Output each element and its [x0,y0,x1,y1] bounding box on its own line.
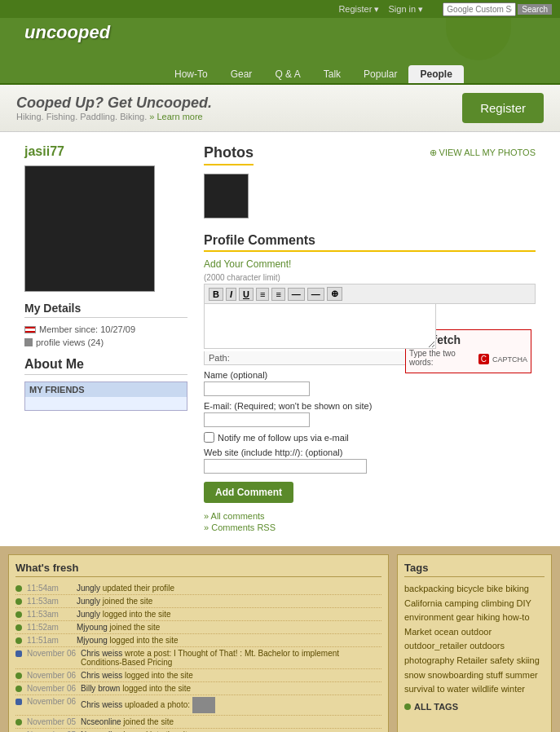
bullet-icon [15,611,22,618]
member-since: Member since: 10/27/09 [24,324,187,334]
fresh-item-4: 11:52am Mjyoung joined the site [15,621,381,634]
banner-title: Cooped Up? Get Uncooped. [16,95,212,112]
bullet-icon [15,624,22,631]
banner-subtitle: Hiking. Fishing. Paddling. Biking. » Lea… [16,112,212,121]
list2-button[interactable]: ≡ [271,288,284,301]
tags-content: backpacking bicycle bike biking Californ… [404,582,545,697]
bold-button[interactable]: B [209,288,223,301]
comments-rss-link[interactable]: Comments RSS [204,523,536,532]
tags-title: Tags [404,562,545,577]
website-label: Web site (include http://): (optional) [204,448,536,457]
fresh-item-9: November 06 Chris weiss uploaded a photo… [15,695,381,716]
site-logo[interactable]: uncooped [24,22,110,43]
profile-comments-title: Profile Comments [204,233,536,252]
fresh-item-1: 11:54am Jungly updated their profile [15,582,381,595]
view-all-photos-link[interactable]: VIEW ALL MY PHOTOS [430,148,536,158]
bottom-section: What's fresh 11:54am Jungly updated thei… [0,546,560,732]
underline-button[interactable]: U [239,288,254,301]
all-tags-row: ALL TAGS [404,702,545,712]
nav-talk[interactable]: Talk [312,65,352,83]
name-field-group: Name (optional) [204,370,536,396]
fresh-item-10: November 05 Ncseonline joined the site [15,716,381,729]
profile-picture [24,165,155,292]
bullet-icon [15,699,22,705]
editor-toolbar: B I U ≡ ≡ — — ⊕ [204,284,536,304]
add-comment-button[interactable]: Add Comment [204,482,293,503]
nav-how-to[interactable]: How-To [163,65,219,83]
friends-box: MY FRIENDS [24,381,187,411]
char-limit: (2000 character limit) [204,273,536,282]
learn-more-link[interactable]: » Learn more [149,112,202,121]
bullet-icon [15,686,22,692]
friends-box-title: MY FRIENDS [25,382,187,397]
captcha-instruction: Type the two words: [409,349,475,367]
notify-checkbox[interactable] [204,432,214,443]
tags-panel: Tags backpacking bicycle bike biking Cal… [397,554,552,732]
search-button[interactable]: Search [518,4,552,15]
captcha-icon: C [478,354,489,364]
bullet-icon [15,585,22,592]
name-input[interactable] [204,381,310,396]
fresh-item-6: November 06 Chris weiss wrote a post: I … [15,647,381,669]
add-comment-link[interactable]: Add Your Comment! [204,258,291,270]
nav-gear[interactable]: Gear [219,65,264,83]
list-button[interactable]: ≡ [256,288,269,301]
fresh-item-11: November 05 Ncseonline logged into the s… [15,729,381,732]
comment-links: All comments Comments RSS [204,511,536,532]
fresh-item-5: 11:51am Mjyoung logged into the site [15,634,381,647]
nav-bar: How-To Gear Q & A Talk Popular People [0,60,560,85]
register-link[interactable]: Register ▾ [338,4,379,15]
right-column: Photos VIEW ALL MY PHOTOS Profile Commen… [204,144,536,534]
fresh-item-7: November 06 Chris weiss logged into the … [15,669,381,682]
about-me-title: About Me [24,357,187,375]
all-tags-link[interactable]: ALL TAGS [414,702,458,712]
fresh-item-2: 11:53am Jungly joined the site [15,595,381,608]
left-column: jasii77 My Details Member since: 10/27/0… [24,144,187,534]
photos-row [204,174,536,221]
banner: Cooped Up? Get Uncooped. Hiking. Fishing… [0,85,560,132]
website-input[interactable] [204,459,367,474]
photo-thumbnail[interactable] [204,174,249,218]
fresh-item-8: November 06 Billy brown logged into the … [15,682,381,695]
nav-qa[interactable]: Q & A [263,65,311,83]
bullet-icon [15,637,22,644]
email-label: E-mail: (Required; won't be shown on sit… [204,401,536,411]
header-links: Register ▾ Sign in ▾ Search [338,2,552,16]
add-button[interactable]: ⊕ [327,287,342,301]
email-input[interactable] [204,412,310,427]
banner-text: Cooped Up? Get Uncooped. Hiking. Fishing… [16,95,212,121]
fresh-item-3: 11:53am Jungly logged into the site [15,608,381,621]
email-field-group: E-mail: (Required; won't be shown on sit… [204,401,536,427]
nav-people[interactable]: People [408,65,463,83]
bullet-icon [15,672,22,679]
whats-fresh-panel: What's fresh 11:54am Jungly updated thei… [8,554,389,732]
my-details-title: My Details [24,302,187,318]
profile-views: profile views (24) [24,337,187,347]
register-button[interactable]: Register [462,93,544,123]
path-bar: Path: [204,351,436,365]
username[interactable]: jasii77 [24,144,187,159]
dot-icon [404,703,411,710]
captcha-label: CAPTCHA [492,355,527,364]
comment-textarea[interactable] [204,304,436,349]
main-content: jasii77 My Details Member since: 10/27/0… [0,132,560,546]
notify-label: Notify me of follow ups via e-mail [218,433,349,443]
nav-popular[interactable]: Popular [352,65,408,83]
search-input[interactable] [443,2,516,16]
website-field-group: Web site (include http://): (optional) [204,448,536,474]
whats-fresh-title: What's fresh [15,562,381,577]
photos-title: Photos [204,144,254,165]
flag-icon [24,326,36,333]
all-comments-link[interactable]: All comments [204,511,536,521]
signin-link[interactable]: Sign in ▾ [388,4,423,15]
bullet-icon [15,719,22,725]
search-box: Search [443,2,552,16]
italic-button[interactable]: I [226,288,236,301]
hr2-button[interactable]: — [307,288,324,301]
views-icon [24,338,33,346]
bullet-icon [15,598,22,605]
hr-button[interactable]: — [288,288,305,301]
notify-checkbox-group: Notify me of follow ups via e-mail [204,432,536,443]
bullet-icon [15,650,22,657]
photo-thumb [192,697,215,713]
